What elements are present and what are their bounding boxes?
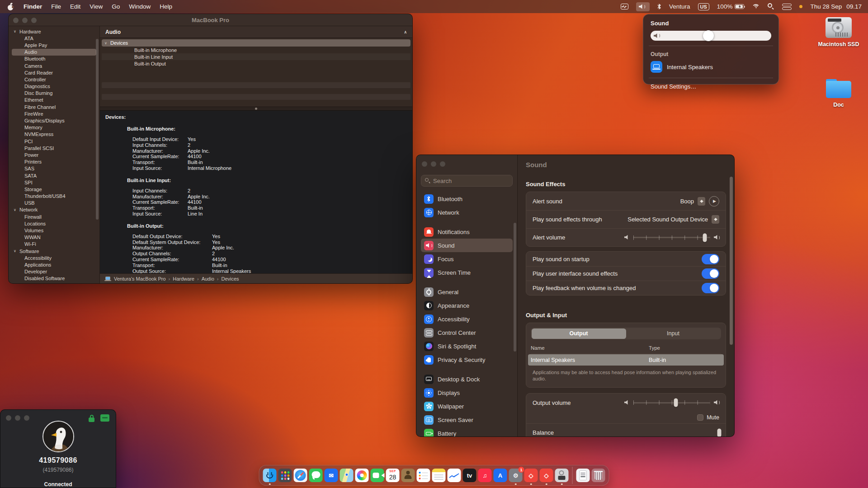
device-row[interactable]: Built-in Microphone — [102, 47, 410, 53]
wifi-icon[interactable] — [752, 4, 760, 10]
sysinfo-sidebar-item[interactable]: FireWire — [12, 110, 96, 117]
menu-item[interactable]: File — [47, 2, 66, 11]
toggle-switch[interactable] — [702, 254, 719, 264]
sidebar-scrollbar[interactable] — [514, 223, 516, 352]
search-input[interactable] — [433, 178, 501, 184]
slider-knob[interactable] — [703, 233, 707, 242]
breadcrumb-item[interactable]: Ventura's MacBook Pro — [114, 276, 166, 282]
sidebar-item-focus[interactable]: Focus — [421, 252, 513, 266]
toggle-switch[interactable] — [702, 283, 719, 293]
sidebar-item-control-center[interactable]: Control Center — [421, 326, 513, 339]
slider-knob[interactable] — [703, 30, 714, 41]
apple-menu-icon[interactable] — [7, 3, 14, 10]
battery-icon[interactable] — [735, 4, 744, 9]
sidebar-item-network[interactable]: Network — [421, 206, 513, 219]
dock-item-facetime[interactable] — [371, 469, 384, 482]
sysinfo-sidebar-item[interactable]: ∨ Network — [12, 206, 96, 213]
sysinfo-sidebar-item[interactable]: SATA — [12, 172, 96, 179]
sysinfo-sidebar-item[interactable]: NVMExpress — [12, 131, 96, 138]
sysinfo-sidebar-item[interactable]: Applications — [12, 261, 96, 268]
sound-settings-link[interactable]: Sound Settings… — [651, 83, 771, 90]
sidebar-item-general[interactable]: General — [421, 285, 513, 299]
sysinfo-sidebar-item[interactable]: Firewall — [12, 213, 96, 220]
dock-item-stocks[interactable] — [448, 469, 461, 482]
sysinfo-sidebar-item[interactable]: Bluetooth — [12, 56, 96, 62]
menu-item[interactable]: Edit — [66, 2, 85, 11]
sysinfo-sidebar-item[interactable]: WWAN — [12, 234, 96, 241]
pane-splitter[interactable] — [100, 107, 412, 111]
sysinfo-sidebar-item[interactable]: Camera — [12, 62, 96, 69]
sidebar-item-siri[interactable]: Siri & Spotlight — [421, 339, 513, 353]
sysinfo-sidebar-item[interactable]: Storage — [12, 186, 96, 192]
dock-item-notes[interactable] — [432, 469, 446, 482]
traffic-light-buttons[interactable] — [422, 161, 445, 167]
sysinfo-sidebar-item[interactable]: SPI — [12, 179, 96, 186]
sysinfo-sidebar-item[interactable]: Diagnostics — [12, 83, 96, 90]
dock-separator[interactable] — [572, 467, 573, 484]
breadcrumb-item[interactable]: › Devices — [217, 276, 239, 282]
sysinfo-sidebar-item[interactable]: Audio — [12, 49, 96, 56]
menu-item[interactable]: Window — [124, 2, 155, 11]
dock-item-music[interactable]: ♫ — [478, 469, 492, 482]
dock-item-anydesk-remote[interactable]: ◇ — [540, 469, 553, 482]
play-through-dropdown[interactable] — [712, 215, 719, 224]
menu-item[interactable]: Go — [107, 2, 124, 11]
traffic-light-buttons[interactable] — [13, 18, 37, 23]
play-alert-button[interactable]: ▶ — [709, 196, 719, 206]
sidebar-item-privacy[interactable]: Privacy & Security — [421, 353, 513, 366]
sysinfo-sidebar-item[interactable]: Parallel SCSI — [12, 145, 96, 151]
sysinfo-sidebar-item[interactable]: Extensions — [12, 282, 96, 283]
dock-item-finder[interactable] — [263, 469, 277, 482]
dock-item-tv[interactable]: tv — [463, 469, 476, 482]
window-titlebar[interactable]: MacBook Pro — [9, 14, 412, 26]
dock-item-reminders[interactable] — [417, 469, 430, 482]
desktop-icon-doc-folder[interactable]: Doc — [814, 79, 863, 108]
dock-item-safari[interactable] — [294, 469, 307, 482]
sysinfo-sidebar-item[interactable]: ∨ Software — [12, 248, 96, 254]
sysinfo-sidebar-item[interactable]: Fibre Channel — [12, 103, 96, 110]
audio-section-header[interactable]: Audio ∧ — [100, 26, 412, 38]
sysinfo-sidebar-item[interactable]: Thunderbolt/USB4 — [12, 193, 96, 200]
volume-slider[interactable] — [651, 31, 771, 41]
settings-search-field[interactable] — [421, 175, 513, 187]
sysinfo-sidebar-item[interactable]: ∨ Hardware — [12, 28, 96, 35]
control-center-icon[interactable] — [782, 4, 792, 10]
desktop-icon-macintosh-ssd[interactable]: Macintosh SSD — [814, 17, 863, 47]
dock-item-mail[interactable]: ✉ — [325, 469, 338, 482]
dock-item-maps[interactable] — [340, 469, 354, 482]
menu-item[interactable]: Finder — [19, 2, 47, 11]
dock-item-app-store[interactable]: A — [494, 469, 507, 482]
panel-scrollbar[interactable] — [730, 177, 733, 345]
dock-item-launchpad[interactable] — [278, 469, 292, 482]
sidebar-item-appearance[interactable]: Appearance — [421, 299, 513, 312]
dock-item-system-settings[interactable]: ⚙ 1 — [509, 469, 523, 482]
sidebar-item-sound[interactable]: Sound — [421, 239, 513, 252]
alert-sound-dropdown[interactable] — [698, 197, 705, 206]
dock-item-calendar[interactable]: SEP 28 — [386, 469, 400, 482]
sysinfo-sidebar-item[interactable]: Graphics/Displays — [12, 117, 96, 124]
sysinfo-sidebar-item[interactable]: Wi-Fi — [12, 241, 96, 248]
tab[interactable]: Input — [626, 328, 721, 339]
sidebar-item-notifications[interactable]: Notifications — [421, 225, 513, 239]
sidebar-item-screen-time[interactable]: Screen Time — [421, 266, 513, 279]
alert-volume-slider[interactable] — [633, 237, 710, 238]
sysinfo-sidebar-item[interactable]: ATA — [12, 35, 96, 42]
menu-item[interactable]: Help — [155, 2, 177, 11]
sysinfo-sidebar-item[interactable]: Disc Burning — [12, 90, 96, 97]
sysinfo-sidebar-item[interactable]: SAS — [12, 165, 96, 172]
input-source-label[interactable]: Ventura — [669, 3, 690, 10]
dock-item-anydesk[interactable]: ◇ — [524, 469, 538, 482]
sidebar-item-screen-saver[interactable]: Screen Saver — [421, 413, 513, 427]
sysinfo-sidebar-item[interactable]: Developer — [12, 268, 96, 275]
sidebar-item-wallpaper[interactable]: Wallpaper — [421, 399, 513, 413]
slider-knob[interactable] — [674, 399, 678, 407]
dock-item-trash[interactable] — [592, 469, 605, 482]
dock-item-messages[interactable] — [309, 469, 323, 482]
sysinfo-sidebar-item[interactable]: Ethernet — [12, 97, 96, 103]
toggle-switch[interactable] — [702, 268, 719, 279]
sysinfo-sidebar-item[interactable]: Controller — [12, 76, 96, 83]
keyboard-layout-badge[interactable]: US — [698, 3, 709, 10]
sysinfo-sidebar-item[interactable]: Power — [12, 151, 96, 158]
mute-checkbox[interactable] — [697, 414, 703, 421]
output-device-row[interactable]: Internal Speakers — [651, 61, 771, 73]
